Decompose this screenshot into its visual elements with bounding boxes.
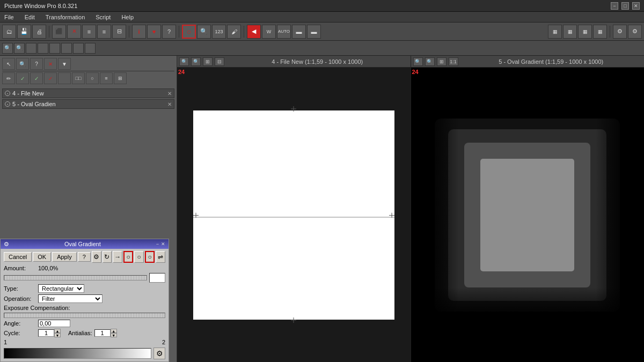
tool-sb8[interactable]: ≡ bbox=[100, 72, 113, 84]
tool-sb9[interactable]: ⊞ bbox=[114, 72, 127, 84]
tool-paint[interactable]: 🖌 bbox=[227, 25, 241, 39]
nav-b7[interactable] bbox=[73, 43, 84, 54]
tool-circle-red[interactable]: ○ bbox=[182, 25, 196, 39]
tool-grid3[interactable]: ▦ bbox=[578, 25, 592, 39]
canvas-area: 🔍 🔍 ⊞ ⊟ 4 - File New (1:1,59 - 1000 x 10… bbox=[177, 56, 644, 362]
dialog-minimize[interactable]: − bbox=[156, 241, 159, 247]
arrow-right-icon[interactable]: → bbox=[113, 251, 122, 263]
tool-zoom[interactable]: 🔍 bbox=[197, 25, 211, 39]
tool-x2[interactable]: ✕ bbox=[44, 58, 57, 70]
layer-close-5[interactable]: ✕ bbox=[167, 101, 172, 107]
help-button[interactable]: ? bbox=[78, 252, 91, 262]
tool-auto[interactable]: AUTO bbox=[277, 25, 291, 39]
panel-5-zoom[interactable]: 🔍 bbox=[413, 57, 423, 66]
tool-lines2[interactable]: ≡ bbox=[97, 25, 111, 39]
maximize-button[interactable]: □ bbox=[621, 2, 629, 10]
tool-sb7[interactable]: ○ bbox=[86, 72, 99, 84]
panel-4-viewport[interactable]: 24 bbox=[177, 68, 411, 362]
tool-grid2[interactable]: ▦ bbox=[563, 25, 577, 39]
layer-radio-5[interactable]: · bbox=[5, 101, 10, 107]
nav-b4[interactable] bbox=[38, 43, 48, 54]
tool-b1[interactable]: ⬛ bbox=[52, 25, 66, 39]
panel-5-fit[interactable]: ⊞ bbox=[437, 57, 447, 66]
circle1-icon[interactable]: ○ bbox=[123, 251, 133, 263]
nav-b6[interactable] bbox=[61, 43, 72, 54]
tool-pencil[interactable]: ✏ bbox=[2, 72, 15, 84]
tool-sq1[interactable]: ▬ bbox=[292, 25, 306, 39]
layer-item-4[interactable]: · 4 - File New ✕ bbox=[2, 88, 174, 98]
operation-select[interactable]: Filter Add Subtract Multiply bbox=[38, 294, 103, 303]
panel-4-fit[interactable]: ⊞ bbox=[203, 57, 213, 66]
nav-zoomout[interactable]: 🔍 bbox=[14, 43, 25, 54]
circle2-icon[interactable]: ○ bbox=[134, 251, 144, 263]
tool-sb5[interactable] bbox=[58, 72, 71, 84]
tool-check2[interactable]: ✓ bbox=[30, 72, 43, 84]
ok-button[interactable]: OK bbox=[33, 252, 51, 262]
open-button[interactable]: 🗂 bbox=[2, 25, 16, 39]
nav-zoomin[interactable]: 🔍 bbox=[2, 43, 13, 54]
tool-check1[interactable]: ✓ bbox=[16, 72, 29, 84]
layer-radio-4[interactable]: · bbox=[5, 91, 10, 96]
dialog-close[interactable]: ✕ bbox=[161, 241, 165, 247]
minimize-button[interactable]: − bbox=[611, 2, 618, 10]
nav-b8[interactable] bbox=[85, 43, 96, 54]
tool-help[interactable]: ? bbox=[162, 25, 176, 39]
circle3-icon[interactable]: ○ bbox=[145, 251, 155, 263]
tool-x[interactable]: ✕ bbox=[67, 25, 81, 39]
tool-grid4[interactable]: ▦ bbox=[593, 25, 607, 39]
tool-cursor[interactable]: ↖ bbox=[2, 58, 15, 70]
tool-check3[interactable]: ✓ bbox=[44, 72, 57, 84]
panel-4-zoomout[interactable]: 🔍 bbox=[191, 57, 201, 66]
refresh-icon[interactable]: ↻ bbox=[103, 251, 112, 263]
layer-close-4[interactable]: ✕ bbox=[167, 91, 172, 97]
panel-4-actual[interactable]: ⊟ bbox=[215, 57, 224, 66]
antialias-input[interactable] bbox=[94, 329, 111, 337]
amount-box[interactable] bbox=[149, 273, 165, 283]
save-button[interactable]: 💾 bbox=[17, 25, 31, 39]
panel-5-zoomout[interactable]: 🔍 bbox=[425, 57, 435, 66]
cycle-input[interactable] bbox=[38, 329, 54, 337]
menu-script[interactable]: Script bbox=[93, 14, 113, 20]
tool-123[interactable]: 123 bbox=[212, 25, 226, 39]
nav-b3[interactable] bbox=[26, 43, 36, 54]
tool-settings2[interactable]: ⚙ bbox=[628, 25, 642, 39]
print-button[interactable]: 🖨 bbox=[32, 25, 46, 39]
gradient-bar[interactable] bbox=[4, 348, 151, 359]
menu-edit[interactable]: Edit bbox=[23, 14, 37, 20]
close-button[interactable]: ✕ bbox=[632, 2, 640, 10]
angle-input[interactable] bbox=[38, 320, 70, 327]
cycle-down[interactable]: ▼ bbox=[54, 333, 61, 337]
panel-4-zoom[interactable]: 🔍 bbox=[179, 57, 189, 66]
panel-5-viewport[interactable]: 24 bbox=[411, 68, 645, 362]
tool-heart[interactable]: ♥ bbox=[147, 25, 161, 39]
tool-dropdown[interactable]: ▼ bbox=[58, 58, 71, 70]
tool-box[interactable]: ⊟ bbox=[112, 25, 126, 39]
type-select[interactable]: Rectangular Circular Oval Diamond bbox=[38, 284, 84, 293]
tool-sb6[interactable]: □□ bbox=[72, 72, 85, 84]
tool-w[interactable]: W bbox=[262, 25, 276, 39]
cycle-up[interactable]: ▲ bbox=[54, 329, 61, 333]
tool-settings[interactable]: ⚙ bbox=[613, 25, 627, 39]
exposure-slider[interactable] bbox=[4, 313, 165, 318]
nav-b5[interactable] bbox=[49, 43, 60, 54]
panel-5-11[interactable]: 1:1 bbox=[449, 57, 458, 66]
menu-transformation[interactable]: Transformation bbox=[43, 14, 87, 20]
menu-file[interactable]: File bbox=[2, 14, 16, 20]
tool-lines[interactable]: ≡ bbox=[82, 25, 96, 39]
tool-grid1[interactable]: ▦ bbox=[548, 25, 562, 39]
settings-icon[interactable]: ⚙ bbox=[92, 251, 101, 263]
cancel-button[interactable]: Cancel bbox=[4, 252, 32, 262]
amount-slider[interactable] bbox=[4, 275, 147, 280]
antialias-up[interactable]: ▲ bbox=[111, 329, 117, 333]
apply-button[interactable]: Apply bbox=[52, 252, 77, 262]
tool-zoom2[interactable]: 🔍 bbox=[16, 58, 29, 70]
tool-info[interactable]: i bbox=[132, 25, 146, 39]
antialias-down[interactable]: ▼ bbox=[111, 333, 117, 337]
tool-red-left[interactable]: ◀ bbox=[247, 25, 261, 39]
menu-help[interactable]: Help bbox=[119, 14, 136, 20]
tool-sq2[interactable]: ▬ bbox=[307, 25, 321, 39]
tool-q[interactable]: ? bbox=[30, 58, 43, 70]
layer-item-5[interactable]: · 5 - Oval Gradien ✕ bbox=[2, 99, 174, 109]
arrows-icon[interactable]: ⇌ bbox=[156, 251, 165, 263]
gradient-settings-button[interactable]: ⚙ bbox=[153, 348, 165, 359]
